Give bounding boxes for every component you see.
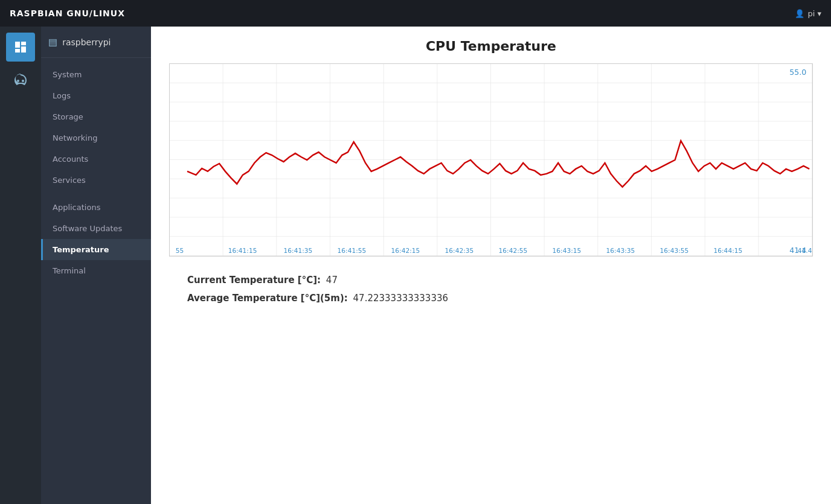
svg-text:16:44:15: 16:44:15 (714, 247, 743, 255)
svg-text:16:41:55: 16:41:55 (338, 247, 367, 255)
svg-text:16:42:15: 16:42:15 (391, 247, 420, 255)
host-header: ▤ raspberrypi (41, 27, 151, 58)
temperature-chart: 55.0 41.4 55 16:41:15 16:41:35 16:41:55 … (169, 63, 813, 257)
svg-text:16:43:15: 16:43:15 (553, 247, 582, 255)
nav-item-terminal[interactable]: Terminal (41, 260, 151, 281)
svg-text:16:41:35: 16:41:35 (284, 247, 313, 255)
svg-rect-4 (170, 64, 812, 256)
nav-item-services[interactable]: Services (41, 170, 151, 191)
app-title: RASPBIAN GNU/LINUX (10, 8, 125, 18)
content-area: CPU Temperature 55.0 41 (151, 27, 831, 504)
svg-text:16:42:55: 16:42:55 (499, 247, 528, 255)
nav-item-logs[interactable]: Logs (41, 85, 151, 106)
nav-item-networking[interactable]: Networking (41, 127, 151, 148)
palette-icon-btn[interactable] (6, 65, 35, 94)
svg-text:16:41:15: 16:41:15 (228, 247, 257, 255)
nav-item-storage[interactable]: Storage (41, 106, 151, 127)
stats-area: Current Temperature [°C]: 47 Average Tem… (169, 271, 813, 307)
topbar: RASPBIAN GNU/LINUX 👤 pi ▾ (0, 0, 831, 27)
chart-svg: 55.0 41.4 55 16:41:15 16:41:35 16:41:55 … (170, 64, 812, 256)
host-icon: ▤ (48, 36, 57, 48)
avg-temp-label: Average Temperature [°C](5m): (187, 293, 348, 304)
current-temp-label: Current Temperature [°C]: (187, 275, 321, 285)
avg-temp-line: Average Temperature [°C](5m): 47.2233333… (187, 289, 813, 307)
avg-temp-value: 47.22333333333336 (353, 293, 448, 304)
user-icon: 👤 (795, 9, 804, 18)
dashboard-icon (13, 40, 28, 54)
nav-item-system[interactable]: System (41, 64, 151, 85)
main-layout: ▤ raspberrypi System Logs Storage Networ… (0, 27, 831, 504)
nav-item-applications[interactable]: Applications (41, 197, 151, 218)
nav-item-temperature[interactable]: Temperature (41, 239, 151, 260)
dropdown-chevron: ▾ (817, 9, 821, 18)
nav-item-software-updates[interactable]: Software Updates (41, 218, 151, 239)
current-temp-line: Current Temperature [°C]: 47 (187, 271, 813, 289)
svg-text:55.0: 55.0 (789, 68, 806, 77)
username-label: pi (808, 9, 815, 18)
dashboard-icon-btn[interactable] (6, 33, 35, 62)
svg-text:16:43:55: 16:43:55 (660, 247, 689, 255)
palette-icon (13, 72, 28, 87)
host-name: raspberrypi (62, 37, 111, 47)
svg-text:16:42:35: 16:42:35 (445, 247, 474, 255)
svg-text:16:43:35: 16:43:35 (606, 247, 635, 255)
user-menu[interactable]: 👤 pi ▾ (795, 9, 821, 18)
nav-item-accounts[interactable]: Accounts (41, 148, 151, 170)
current-temp-value: 47 (326, 275, 338, 285)
svg-text:41.4: 41.4 (798, 247, 812, 255)
svg-text:55: 55 (176, 247, 184, 255)
icon-sidebar (0, 27, 41, 504)
page-title: CPU Temperature (169, 39, 813, 54)
nav-sidebar: ▤ raspberrypi System Logs Storage Networ… (41, 27, 151, 504)
